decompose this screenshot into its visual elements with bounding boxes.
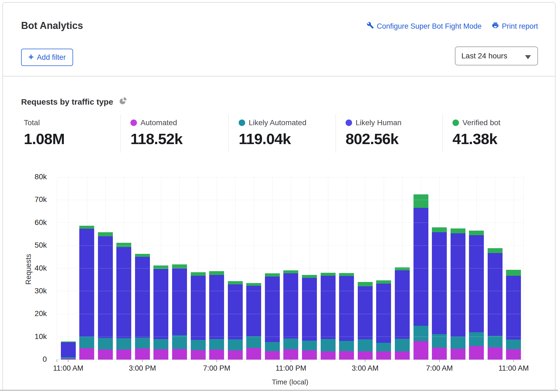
bar-segment-likely-automated [376,343,391,351]
bar-segment-automated [79,348,94,360]
bar-segment-verified-bot [302,275,317,278]
bar-segment-verified-bot [191,272,206,276]
bar-segment-verified-bot [339,273,354,276]
bar-segment-verified-bot [283,270,298,273]
bar-segment-likely-human [116,247,131,338]
bar-segment-likely-automated [98,338,113,350]
time-range-select[interactable]: Last 24 hours [455,46,538,65]
bar-segment-likely-automated [302,341,317,350]
header-links: Configure Super Bot Fight Mode Print rep… [367,22,538,31]
bar-segment-likely-automated [358,339,373,351]
bar-segment-likely-human [172,268,187,335]
bar-segment-verified-bot [246,283,261,286]
bar-segment-likely-human [488,253,503,336]
bar-segment-automated [135,348,150,360]
printer-icon [492,22,499,31]
bar-segment-verified-bot [506,270,521,276]
stat-label: Likely Automated [249,118,306,127]
configure-super-bot-fight-mode-link[interactable]: Configure Super Bot Fight Mode [367,22,481,31]
bar-segment-likely-automated [339,341,354,351]
likely-automated-dot [239,119,245,126]
x-tick-label: 11:00 AM [484,364,543,373]
bar-segment-likely-human [376,284,391,343]
bar-segment-automated [61,359,76,360]
bar-segment-likely-automated [209,339,224,350]
section-title-label: Requests by traffic type [21,97,113,107]
verified-bot-dot [452,119,459,126]
bar-segment-likely-automated [172,335,187,349]
bar-segment-likely-automated [506,340,521,349]
bar-segment-likely-human [451,233,465,336]
bar-segment-automated [209,350,224,360]
bar-segment-verified-bot [116,243,131,247]
wrench-icon [367,22,374,31]
gridline-h-overlay [57,268,523,268]
bar-segment-likely-human [191,276,206,340]
bar-segment-likely-human [228,284,243,339]
bar-segment-likely-human [153,269,168,339]
bar-segment-verified-bot [98,232,113,236]
stat-label: Automated [140,118,177,127]
gridline-h-overlay [57,245,523,246]
x-tick-label: 7:00 PM [187,364,247,373]
stat-value: 118.52k [130,130,182,148]
gridline-h-overlay [57,177,523,177]
stat-divider [336,114,336,153]
bar-segment-verified-bot [376,280,391,284]
bar-segment-verified-bot [79,226,94,229]
bar-segment-verified-bot [358,282,373,286]
bar-segment-likely-human [358,286,373,339]
chevron-down-icon [525,55,531,59]
bar-segment-likely-automated [469,332,484,346]
bar-segment-automated [432,348,447,360]
x-tick [57,360,57,362]
bar-segment-verified-bot [61,341,76,342]
gridline-h-overlay [57,291,523,291]
add-filter-button[interactable]: + Add filter [21,49,73,66]
gridline-h-overlay [57,314,523,314]
stat-verified-bot: Verified bot 41.38k [452,118,500,148]
automated-dot [130,119,137,126]
bar-segment-likely-automated [79,337,94,348]
page-title: Bot Analytics [21,20,83,31]
bar-segment-likely-automated [135,338,150,348]
plus-icon: + [28,52,34,61]
bar-segment-likely-automated [246,336,261,348]
bar-segment-likely-automated [432,334,447,348]
bar-segment-automated [506,349,521,360]
bar-segment-automated [321,351,336,360]
y-tick-label: 20k [14,309,47,318]
bar-segment-likely-automated [116,338,131,350]
bar-segment-likely-automated [395,339,410,351]
print-report-link[interactable]: Print report [492,22,538,31]
bar-segment-likely-human [395,270,410,339]
stat-total: Total 1.08M [24,118,65,148]
stat-label: Verified bot [462,118,500,127]
stat-value: 119.04k [239,130,306,148]
bar-segment-likely-human [469,235,484,332]
bar-segment-verified-bot [451,228,465,234]
y-tick-label: 0 [14,355,47,364]
bar-segment-likely-human [339,276,354,341]
bar-segment-verified-bot [395,267,410,270]
bar-segment-verified-bot [135,254,150,257]
bar-segment-automated [358,351,373,360]
bar-segment-likely-human [209,275,224,339]
bar-segment-automated [153,349,168,360]
stat-label: Total [24,118,40,127]
x-tick-label: 11:00 PM [261,364,321,373]
bar-segment-likely-automated [413,326,428,341]
bar-segment-automated [228,350,243,360]
bar-segment-likely-automated [283,338,298,349]
bar-segment-automated [246,348,261,360]
below-divider-gap [0,391,558,392]
bot-analytics-card: Bot Analytics Configure Super Bot Fight … [2,2,556,390]
bar-segment-automated [488,347,503,360]
bar-segment-automated [302,350,317,360]
y-tick-label: 10k [14,332,47,341]
stat-automated: Automated 118.52k [130,118,182,148]
section-title: Requests by traffic type [21,96,127,107]
bar-segment-likely-human [432,232,447,334]
requests-chart [57,177,523,360]
bar-segment-automated [98,350,113,360]
